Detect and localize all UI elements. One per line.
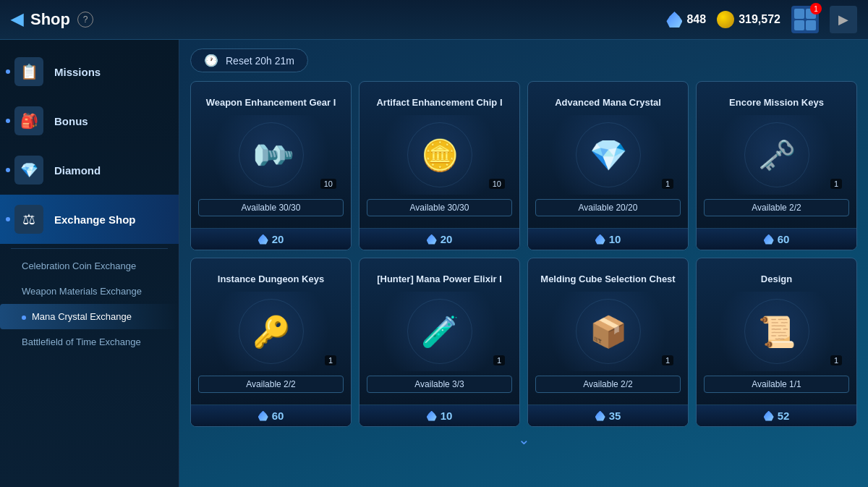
item-card-item1[interactable]: Weapon Enhancement Gear I 🔩 10 Available… — [190, 81, 352, 250]
missions-icon: 📋 — [14, 57, 43, 86]
sidebar-sub-mana[interactable]: Mana Crystal Exchange — [0, 304, 179, 329]
item-emoji: 🗝️ — [758, 137, 796, 173]
item-card-inner: Instance Dungeon Keys 🔑 1 Available 2/2 — [191, 258, 351, 405]
item-name: Weapon Enhancement Gear I — [198, 89, 344, 115]
item-available: Available 3/3 — [367, 376, 512, 393]
sidebar-sub-weapon[interactable]: Weapon Materials Exchange — [0, 279, 179, 304]
dot-indicator — [6, 119, 10, 123]
item-qty-badge: 1 — [493, 355, 505, 365]
grid-menu-button[interactable]: 1 — [791, 6, 819, 33]
sidebar-label-bonus: Bonus — [54, 115, 88, 127]
help-button[interactable]: ? — [77, 12, 93, 27]
item-emoji: 💎 — [590, 137, 627, 173]
item-qty-badge: 1 — [325, 355, 336, 365]
grid-cell — [794, 9, 804, 19]
price-crystal-icon — [764, 234, 774, 245]
item-card-inner: Weapon Enhancement Gear I 🔩 10 Available… — [191, 82, 351, 228]
item-image-area: 🧪 1 — [367, 292, 512, 371]
notification-badge: 1 — [810, 3, 822, 14]
item-qty-badge: 1 — [662, 355, 673, 365]
header: ◀ Shop ? 848 319,572 1 ▶ — [0, 0, 868, 40]
sidebar-label-missions: Missions — [54, 66, 101, 78]
item-name: Instance Dungeon Keys — [198, 266, 344, 292]
gold-currency: 319,572 — [717, 11, 780, 28]
header-right: 848 319,572 1 ▶ — [666, 6, 857, 33]
item-emoji: 🔑 — [252, 314, 290, 350]
item-card-inner: Melding Cube Selection Chest 📦 1 Availab… — [528, 258, 688, 405]
dot-indicator — [6, 168, 10, 172]
item-name: Melding Cube Selection Chest — [535, 266, 681, 292]
item-card-inner: Advanced Mana Crystal 💎 1 Available 20/2… — [528, 82, 688, 228]
item-image-area: 🗝️ 1 — [704, 115, 849, 195]
item-card-item6[interactable]: [Hunter] Mana Power Elixir I 🧪 1 Availab… — [359, 258, 520, 427]
price-crystal-icon — [595, 234, 605, 245]
sidebar-sub-battlefield[interactable]: Battlefield of Time Exchange — [0, 329, 179, 355]
price-crystal-icon — [764, 411, 774, 421]
item-card-item3[interactable]: Advanced Mana Crystal 💎 1 Available 20/2… — [527, 81, 689, 250]
item-qty-badge: 10 — [320, 179, 336, 189]
item-card-inner: Encore Mission Keys 🗝️ 1 Available 2/2 — [697, 82, 856, 228]
price-crystal-icon — [258, 411, 268, 421]
item-available: Available 30/30 — [198, 199, 344, 216]
scroll-down-button[interactable]: ⌄ — [190, 427, 857, 452]
price-amount: 60 — [778, 233, 790, 245]
sidebar-sub-celebration[interactable]: Celebration Coin Exchange — [0, 253, 179, 279]
item-name: Artifact Enhancement Chip I — [367, 89, 512, 115]
item-name: Design — [704, 266, 849, 292]
item-emoji: 🧪 — [421, 314, 459, 350]
item-image-area: 📦 1 — [535, 292, 681, 371]
item-card-inner: Artifact Enhancement Chip I 🪙 10 Availab… — [359, 82, 519, 228]
item-available: Available 2/2 — [704, 199, 849, 216]
item-card-item7[interactable]: Melding Cube Selection Chest 📦 1 Availab… — [527, 258, 689, 427]
exchange-icon: ⚖ — [14, 205, 43, 234]
item-card-item8[interactable]: Design 📜 1 Available 1/1 52 — [696, 258, 857, 427]
grid-cell — [806, 20, 816, 30]
shop-title: Shop — [30, 10, 70, 29]
reset-bar: 🕐 Reset 20h 21m — [190, 48, 308, 72]
item-name: Encore Mission Keys — [704, 89, 849, 115]
item-card-item2[interactable]: Artifact Enhancement Chip I 🪙 10 Availab… — [359, 81, 520, 250]
price-amount: 20 — [441, 233, 453, 245]
grid-cell — [794, 20, 804, 30]
logout-button[interactable]: ▶ — [830, 6, 857, 33]
reset-text: Reset 20h 21m — [226, 55, 294, 67]
sidebar-item-missions[interactable]: 📋 Missions — [0, 47, 179, 96]
items-grid: Weapon Enhancement Gear I 🔩 10 Available… — [190, 81, 857, 427]
item-image-area: 🔩 10 — [198, 115, 344, 195]
item-name: Advanced Mana Crystal — [535, 89, 681, 115]
item-image-area: 💎 1 — [535, 115, 681, 195]
item-qty-badge: 1 — [830, 179, 842, 189]
price-amount: 10 — [441, 410, 453, 422]
item-price: 20 — [191, 228, 351, 250]
sidebar: 📋 Missions 🎒 Bonus 💎 Diamond ⚖ Exchange … — [0, 40, 179, 487]
item-qty-badge: 1 — [830, 355, 842, 365]
price-amount: 20 — [272, 233, 284, 245]
bonus-icon: 🎒 — [14, 106, 43, 135]
item-available: Available 1/1 — [704, 376, 849, 393]
item-available: Available 2/2 — [535, 376, 681, 393]
sidebar-item-diamond[interactable]: 💎 Diamond — [0, 145, 179, 195]
header-left: ◀ Shop ? — [11, 10, 93, 29]
price-amount: 60 — [272, 410, 284, 422]
sidebar-item-exchange[interactable]: ⚖ Exchange Shop — [0, 195, 179, 244]
item-card-item4[interactable]: Encore Mission Keys 🗝️ 1 Available 2/2 6… — [696, 81, 857, 250]
crystal-amount: 848 — [686, 13, 706, 26]
item-image-area: 📜 1 — [704, 292, 849, 371]
dot-indicator — [22, 316, 26, 320]
item-price: 35 — [528, 405, 688, 426]
price-amount: 10 — [609, 233, 621, 245]
item-card-item5[interactable]: Instance Dungeon Keys 🔑 1 Available 2/2 … — [190, 258, 352, 427]
item-available: Available 2/2 — [198, 376, 344, 393]
item-qty-badge: 1 — [662, 179, 673, 189]
item-price: 10 — [359, 405, 519, 426]
sidebar-item-bonus[interactable]: 🎒 Bonus — [0, 96, 179, 145]
item-price: 60 — [191, 405, 351, 426]
item-emoji: 📜 — [758, 314, 796, 350]
item-emoji: 📦 — [590, 314, 627, 350]
clock-icon: 🕐 — [204, 54, 218, 67]
price-amount: 35 — [609, 410, 621, 422]
item-card-inner: [Hunter] Mana Power Elixir I 🧪 1 Availab… — [359, 258, 519, 405]
back-button[interactable]: ◀ — [11, 10, 23, 29]
item-available: Available 20/20 — [535, 199, 681, 216]
sidebar-label-diamond: Diamond — [54, 164, 101, 177]
